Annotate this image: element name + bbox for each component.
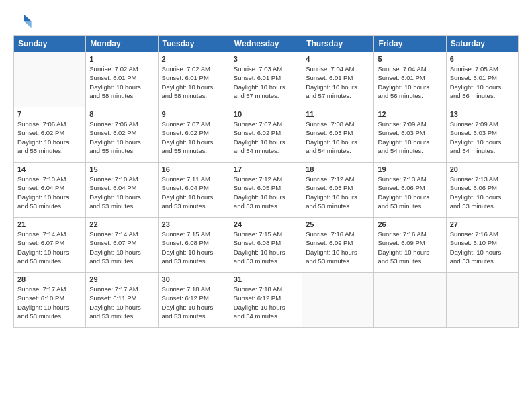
- day-number: 30: [162, 275, 226, 283]
- day-info: Sunrise: 7:10 AM Sunset: 6:04 PM Dayligh…: [89, 175, 154, 210]
- calendar-cell: 13Sunrise: 7:09 AM Sunset: 6:03 PM Dayli…: [446, 107, 518, 163]
- calendar-cell: 5Sunrise: 7:04 AM Sunset: 6:01 PM Daylig…: [374, 52, 446, 107]
- day-info: Sunrise: 7:14 AM Sunset: 6:07 PM Dayligh…: [17, 230, 82, 265]
- day-number: 20: [450, 165, 515, 173]
- day-number: 6: [450, 55, 515, 63]
- day-info: Sunrise: 7:16 AM Sunset: 6:09 PM Dayligh…: [378, 230, 442, 265]
- day-number: 2: [162, 55, 226, 63]
- calendar-cell: 17Sunrise: 7:12 AM Sunset: 6:05 PM Dayli…: [230, 163, 302, 218]
- day-info: Sunrise: 7:17 AM Sunset: 6:10 PM Dayligh…: [17, 285, 82, 320]
- day-number: 18: [306, 165, 370, 173]
- calendar-cell: 7Sunrise: 7:06 AM Sunset: 6:02 PM Daylig…: [14, 107, 86, 163]
- day-number: 16: [162, 165, 226, 173]
- day-info: Sunrise: 7:09 AM Sunset: 6:03 PM Dayligh…: [450, 120, 515, 155]
- calendar-cell: 30Sunrise: 7:18 AM Sunset: 6:12 PM Dayli…: [158, 273, 230, 328]
- day-info: Sunrise: 7:07 AM Sunset: 6:02 PM Dayligh…: [162, 120, 226, 155]
- column-header-tuesday: Tuesday: [158, 36, 230, 52]
- calendar-cell: 26Sunrise: 7:16 AM Sunset: 6:09 PM Dayli…: [374, 218, 446, 273]
- calendar-cell: 25Sunrise: 7:16 AM Sunset: 6:09 PM Dayli…: [302, 218, 374, 273]
- day-info: Sunrise: 7:11 AM Sunset: 6:04 PM Dayligh…: [162, 175, 226, 210]
- day-info: Sunrise: 7:12 AM Sunset: 6:05 PM Dayligh…: [234, 175, 298, 210]
- calendar-cell: 28Sunrise: 7:17 AM Sunset: 6:10 PM Dayli…: [14, 273, 86, 328]
- calendar-cell: 12Sunrise: 7:09 AM Sunset: 6:03 PM Dayli…: [374, 107, 446, 163]
- day-number: 29: [89, 275, 154, 283]
- calendar-cell: 31Sunrise: 7:18 AM Sunset: 6:12 PM Dayli…: [230, 273, 302, 328]
- page: SundayMondayTuesdayWednesdayThursdayFrid…: [0, 0, 532, 411]
- day-number: 11: [306, 110, 370, 118]
- calendar-cell: 2Sunrise: 7:02 AM Sunset: 6:01 PM Daylig…: [158, 52, 230, 107]
- day-number: 8: [89, 110, 154, 118]
- day-info: Sunrise: 7:05 AM Sunset: 6:01 PM Dayligh…: [450, 64, 515, 100]
- day-number: 15: [89, 165, 154, 173]
- column-header-saturday: Saturday: [446, 36, 518, 52]
- calendar-table: SundayMondayTuesdayWednesdayThursdayFrid…: [13, 35, 519, 328]
- day-info: Sunrise: 7:13 AM Sunset: 6:06 PM Dayligh…: [450, 175, 515, 210]
- day-number: 25: [306, 220, 370, 228]
- day-info: Sunrise: 7:04 AM Sunset: 6:01 PM Dayligh…: [378, 64, 442, 100]
- day-number: 26: [378, 220, 442, 228]
- calendar-header-row: SundayMondayTuesdayWednesdayThursdayFrid…: [14, 36, 519, 52]
- day-number: 13: [450, 110, 515, 118]
- calendar-week-3: 14Sunrise: 7:10 AM Sunset: 6:04 PM Dayli…: [14, 163, 519, 218]
- day-info: Sunrise: 7:16 AM Sunset: 6:10 PM Dayligh…: [450, 230, 515, 265]
- day-number: 21: [17, 220, 82, 228]
- calendar-cell: 3Sunrise: 7:03 AM Sunset: 6:01 PM Daylig…: [230, 52, 302, 107]
- day-number: 10: [234, 110, 298, 118]
- logo: [13, 11, 35, 30]
- day-number: 22: [89, 220, 154, 228]
- day-info: Sunrise: 7:12 AM Sunset: 6:05 PM Dayligh…: [306, 175, 370, 210]
- calendar-cell: 6Sunrise: 7:05 AM Sunset: 6:01 PM Daylig…: [446, 52, 518, 107]
- day-info: Sunrise: 7:18 AM Sunset: 6:12 PM Dayligh…: [234, 285, 298, 320]
- calendar-cell: 10Sunrise: 7:07 AM Sunset: 6:02 PM Dayli…: [230, 107, 302, 163]
- column-header-wednesday: Wednesday: [230, 36, 302, 52]
- calendar-week-2: 7Sunrise: 7:06 AM Sunset: 6:02 PM Daylig…: [14, 107, 519, 163]
- calendar-cell: [446, 273, 518, 328]
- calendar-cell: [302, 273, 374, 328]
- column-header-thursday: Thursday: [302, 36, 374, 52]
- day-info: Sunrise: 7:06 AM Sunset: 6:02 PM Dayligh…: [89, 120, 154, 155]
- day-info: Sunrise: 7:18 AM Sunset: 6:12 PM Dayligh…: [162, 285, 226, 320]
- svg-marker-0: [24, 15, 31, 21]
- day-info: Sunrise: 7:15 AM Sunset: 6:08 PM Dayligh…: [234, 230, 298, 265]
- column-header-monday: Monday: [86, 36, 158, 52]
- calendar-cell: [374, 273, 446, 328]
- column-header-sunday: Sunday: [14, 36, 86, 52]
- calendar-cell: 1Sunrise: 7:02 AM Sunset: 6:01 PM Daylig…: [86, 52, 158, 107]
- calendar-cell: 18Sunrise: 7:12 AM Sunset: 6:05 PM Dayli…: [302, 163, 374, 218]
- day-number: 31: [234, 275, 298, 283]
- day-info: Sunrise: 7:07 AM Sunset: 6:02 PM Dayligh…: [234, 120, 298, 155]
- calendar-cell: 22Sunrise: 7:14 AM Sunset: 6:07 PM Dayli…: [86, 218, 158, 273]
- logo-icon: [13, 11, 32, 30]
- day-info: Sunrise: 7:13 AM Sunset: 6:06 PM Dayligh…: [378, 175, 442, 210]
- day-number: 27: [450, 220, 515, 228]
- day-info: Sunrise: 7:16 AM Sunset: 6:09 PM Dayligh…: [306, 230, 370, 265]
- calendar-cell: 29Sunrise: 7:17 AM Sunset: 6:11 PM Dayli…: [86, 273, 158, 328]
- day-info: Sunrise: 7:06 AM Sunset: 6:02 PM Dayligh…: [17, 120, 82, 155]
- day-number: 12: [378, 110, 442, 118]
- day-number: 24: [234, 220, 298, 228]
- calendar-cell: 19Sunrise: 7:13 AM Sunset: 6:06 PM Dayli…: [374, 163, 446, 218]
- day-info: Sunrise: 7:10 AM Sunset: 6:04 PM Dayligh…: [17, 175, 82, 210]
- day-number: 14: [17, 165, 82, 173]
- calendar-cell: 14Sunrise: 7:10 AM Sunset: 6:04 PM Dayli…: [14, 163, 86, 218]
- calendar-cell: 24Sunrise: 7:15 AM Sunset: 6:08 PM Dayli…: [230, 218, 302, 273]
- svg-marker-1: [24, 21, 31, 28]
- day-info: Sunrise: 7:08 AM Sunset: 6:03 PM Dayligh…: [306, 120, 370, 155]
- day-info: Sunrise: 7:09 AM Sunset: 6:03 PM Dayligh…: [378, 120, 442, 155]
- calendar-cell: 11Sunrise: 7:08 AM Sunset: 6:03 PM Dayli…: [302, 107, 374, 163]
- calendar-cell: [14, 52, 86, 107]
- day-number: 7: [17, 110, 82, 118]
- calendar-week-1: 1Sunrise: 7:02 AM Sunset: 6:01 PM Daylig…: [14, 52, 519, 107]
- calendar-cell: 27Sunrise: 7:16 AM Sunset: 6:10 PM Dayli…: [446, 218, 518, 273]
- day-number: 4: [306, 55, 370, 63]
- day-number: 28: [17, 275, 82, 283]
- day-info: Sunrise: 7:02 AM Sunset: 6:01 PM Dayligh…: [89, 64, 154, 100]
- day-info: Sunrise: 7:03 AM Sunset: 6:01 PM Dayligh…: [234, 64, 298, 100]
- day-number: 23: [162, 220, 226, 228]
- day-number: 1: [89, 55, 154, 63]
- calendar-cell: 20Sunrise: 7:13 AM Sunset: 6:06 PM Dayli…: [446, 163, 518, 218]
- calendar-cell: 4Sunrise: 7:04 AM Sunset: 6:01 PM Daylig…: [302, 52, 374, 107]
- day-info: Sunrise: 7:02 AM Sunset: 6:01 PM Dayligh…: [162, 64, 226, 100]
- column-header-friday: Friday: [374, 36, 446, 52]
- day-number: 17: [234, 165, 298, 173]
